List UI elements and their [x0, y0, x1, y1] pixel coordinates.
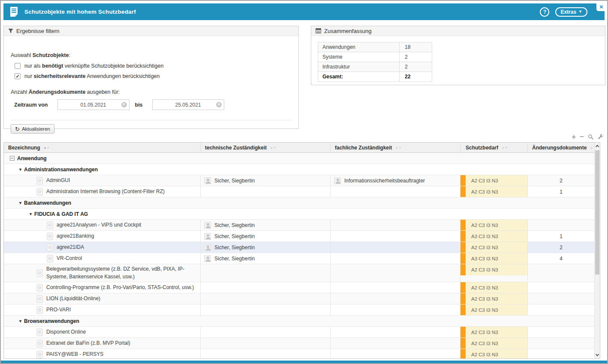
cell-fachliche-zustaendigkeit — [331, 186, 461, 197]
table-group-row[interactable]: Anwendung — [4, 153, 594, 164]
docs-count: 2 — [560, 178, 563, 184]
cell-schutzbedarf: A2 C3 I3 N3 — [461, 220, 528, 230]
schutzbedarf-level-bar — [461, 282, 466, 293]
checkbox-label: nur sicherheitsrelevante Anwendungen ber… — [24, 73, 160, 79]
sort-icons: ▲▼ — [395, 146, 401, 149]
close-button[interactable]: × — [596, 2, 606, 11]
person-name: Sicher, Siegbertin — [214, 256, 255, 262]
scrollbar-thumb[interactable] — [595, 150, 599, 274]
cell-technische-zustaendigkeit: Sicher, Siegbertin — [201, 242, 331, 253]
schutzbedarf-level-bar — [461, 186, 466, 197]
grid-header: Bezeichnung ▲▼ technische Zuständigkeit … — [4, 143, 594, 153]
cell-bezeichnung: AdminGUI — [4, 175, 201, 186]
summary-total-value: 22 — [400, 72, 432, 81]
table-row[interactable]: Controlling-Programme (z.B. Pro-Vari/Par… — [4, 282, 594, 293]
help-button[interactable]: ? — [540, 7, 549, 17]
clear-date-icon[interactable]: × — [121, 102, 127, 107]
vertical-scrollbar[interactable] — [594, 143, 600, 358]
checkbox-sicherheitsrelevant[interactable]: ✓ — [15, 73, 21, 79]
column-header-technische-zustaendigkeit[interactable]: technische Zuständigkeit ▲▼ — [201, 143, 331, 152]
table-row[interactable]: PAISY@WEB - PERSYSA2 C3 I3 N3 — [4, 349, 594, 358]
scroll-down-button[interactable] — [595, 352, 600, 358]
table-group-row[interactable]: ▾FIDUCIA & GAD IT AG — [4, 209, 594, 220]
caret-down-icon[interactable]: ▾ — [19, 167, 21, 172]
cell-schutzbedarf: A2 C3 I3 N3 — [461, 264, 528, 282]
zoom-out-icon[interactable]: − — [580, 133, 584, 140]
schutzbedarf-badge: A2 C3 I3 N3 — [461, 220, 527, 230]
table-group-row[interactable]: ▾Browseranwendungen — [4, 316, 594, 327]
table-row[interactable]: agree21IDASicher, SiegbertinA2 C3 I3 N32 — [4, 242, 594, 253]
table-group-row[interactable]: ▾Administrationsanwendungen — [4, 164, 594, 175]
person-name: Sicher, Siegbertin — [214, 233, 255, 239]
cell-fachliche-zustaendigkeit — [331, 220, 461, 230]
caret-down-icon[interactable]: ▾ — [19, 201, 21, 205]
cell-aenderungsdokumente — [528, 304, 594, 315]
grid-main: Bezeichnung ▲▼ technische Zuständigkeit … — [4, 143, 594, 358]
table-row[interactable]: PRO-VARIA2 C3 I3 N3 — [4, 304, 594, 316]
application-icon — [36, 351, 43, 358]
cell-aenderungsdokumente — [528, 220, 594, 230]
filter-panel: Ergebnisse filtern Auswahl Schutzobjekte… — [3, 26, 299, 129]
group-label: Bankanwendungen — [24, 200, 71, 206]
group-cell: ▾Bankanwendungen — [4, 197, 594, 208]
table-row[interactable]: Disponent OnlineA2 C3 I3 N3 — [4, 327, 594, 338]
collapse-minus-icon[interactable] — [10, 156, 15, 161]
caret-down-icon[interactable]: ▾ — [30, 212, 32, 216]
schutzbedarf-value: A2 C3 I3 N3 — [466, 293, 527, 304]
table-group-row[interactable]: ▾Bankanwendungen — [4, 197, 594, 209]
column-label: Schutzbedarf — [466, 145, 498, 151]
summary-row: Anwendungen 18 — [318, 42, 432, 52]
group-cell: ▾Browseranwendungen — [4, 316, 594, 326]
column-header-bezeichnung[interactable]: Bezeichnung ▲▼ — [4, 143, 201, 152]
schutzbedarf-level-bar — [461, 349, 466, 358]
date-from-input[interactable]: 01.05.2021 × — [57, 99, 129, 110]
summary-value: 18 — [400, 42, 432, 52]
schutzbedarf-value: A2 C3 I3 N3 — [466, 327, 527, 337]
date-to-input[interactable]: 25.05.2021 × — [152, 99, 224, 110]
cell-fachliche-zustaendigkeit — [331, 349, 461, 358]
schutzbedarf-value: A2 C3 I3 N3 — [466, 282, 527, 293]
column-header-schutzbedarf[interactable]: Schutzbedarf ▲▼ — [461, 143, 528, 152]
cell-aenderungsdokumente — [528, 327, 594, 337]
funnel-icon — [8, 28, 13, 33]
divider — [11, 120, 292, 120]
table-row[interactable]: Administration Internet Browsing (Conten… — [4, 186, 594, 197]
extras-button[interactable]: Extras ▼ — [555, 7, 587, 17]
application-icon — [36, 284, 43, 292]
clear-date-icon[interactable]: × — [216, 102, 222, 107]
column-header-aenderungsdokumente[interactable]: Änderungsdokumente ▲▼ — [528, 143, 594, 152]
table-row[interactable]: Extranet der BaFin (z.B. MVP Portal)A2 C… — [4, 338, 594, 349]
checkbox-benoetigt[interactable] — [15, 63, 21, 69]
sort-icons: ▲▼ — [44, 146, 50, 149]
zoom-in-icon[interactable]: + — [572, 133, 576, 140]
cell-schutzbedarf: A3 C3 I3 N3 — [461, 231, 528, 242]
filter-panel-title: Ergebnisse filtern — [16, 28, 59, 34]
cell-schutzbedarf: A2 C3 I3 N3 — [461, 242, 528, 253]
scroll-up-button[interactable] — [595, 143, 600, 149]
cell-fachliche-zustaendigkeit — [331, 231, 461, 242]
wrench-icon[interactable] — [598, 134, 604, 140]
cell-technische-zustaendigkeit — [201, 327, 331, 337]
table-row[interactable]: LION (Liquidität-Online)A2 C3 I3 N3 — [4, 293, 594, 304]
item-label: agree21Analysen - ViPS und Cockpit — [57, 221, 141, 229]
table-row[interactable]: Belegverarbeitungssysteme (z.B. DZ Servi… — [4, 264, 594, 282]
cell-aenderungsdokumente — [528, 282, 594, 293]
table-row[interactable]: agree21Analysen - ViPS und CockpitSicher… — [4, 220, 594, 231]
table-row[interactable]: VR-ControlSicher, SiegbertinA3 C3 I3 N34 — [4, 253, 594, 264]
cell-aenderungsdokumente: 2 — [528, 175, 594, 186]
column-header-fachliche-zustaendigkeit[interactable]: fachliche Zuständigkeit ▲▼ — [331, 143, 461, 152]
schutzbedarf-badge: A2 C3 I3 N3 — [461, 293, 527, 304]
cell-technische-zustaendigkeit — [201, 264, 331, 282]
cell-technische-zustaendigkeit — [201, 282, 331, 293]
table-row[interactable]: agree21BankingSicher, SiegbertinA3 C3 I3… — [4, 231, 594, 242]
cell-fachliche-zustaendigkeit — [331, 264, 461, 282]
schutzbedarf-level-bar — [461, 327, 466, 337]
schutzbedarf-badge: A2 C3 I3 N3 — [461, 282, 527, 293]
schutzbedarf-badge: A2 C3 I3 N3 — [461, 349, 527, 358]
schutzbedarf-level-bar — [461, 231, 466, 242]
caret-down-icon[interactable]: ▾ — [19, 319, 21, 323]
table-row[interactable]: AdminGUISicher, SiegbertinInformationssi… — [4, 175, 594, 186]
refresh-button[interactable]: ↻ Aktualisieren — [11, 124, 54, 134]
cell-fachliche-zustaendigkeit — [331, 282, 461, 293]
magnifier-icon[interactable] — [588, 134, 594, 140]
